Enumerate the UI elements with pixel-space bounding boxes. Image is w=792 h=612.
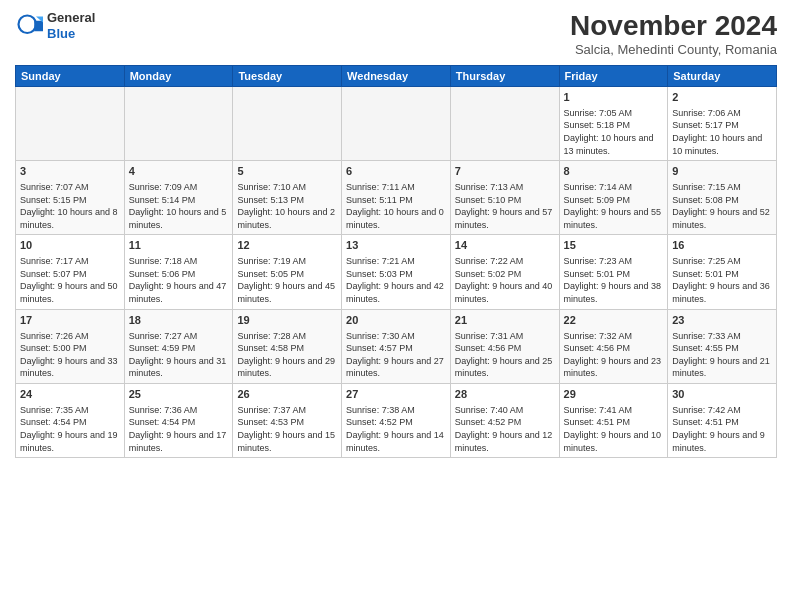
day-number: 22: [564, 313, 664, 328]
calendar-cell: 30Sunrise: 7:42 AM Sunset: 4:51 PM Dayli…: [668, 383, 777, 457]
calendar-cell: [450, 87, 559, 161]
calendar-cell: 11Sunrise: 7:18 AM Sunset: 5:06 PM Dayli…: [124, 235, 233, 309]
weekday-header-tuesday: Tuesday: [233, 66, 342, 87]
calendar-cell: 17Sunrise: 7:26 AM Sunset: 5:00 PM Dayli…: [16, 309, 125, 383]
weekday-header-row: SundayMondayTuesdayWednesdayThursdayFrid…: [16, 66, 777, 87]
svg-point-0: [19, 15, 37, 33]
day-info: Sunrise: 7:30 AM Sunset: 4:57 PM Dayligh…: [346, 330, 446, 380]
weekday-header-friday: Friday: [559, 66, 668, 87]
day-info: Sunrise: 7:21 AM Sunset: 5:03 PM Dayligh…: [346, 255, 446, 305]
day-number: 17: [20, 313, 120, 328]
day-number: 30: [672, 387, 772, 402]
day-number: 15: [564, 238, 664, 253]
weekday-header-monday: Monday: [124, 66, 233, 87]
calendar-cell: 21Sunrise: 7:31 AM Sunset: 4:56 PM Dayli…: [450, 309, 559, 383]
day-number: 20: [346, 313, 446, 328]
day-number: 5: [237, 164, 337, 179]
calendar-cell: 28Sunrise: 7:40 AM Sunset: 4:52 PM Dayli…: [450, 383, 559, 457]
week-row-2: 3Sunrise: 7:07 AM Sunset: 5:15 PM Daylig…: [16, 161, 777, 235]
calendar-cell: 18Sunrise: 7:27 AM Sunset: 4:59 PM Dayli…: [124, 309, 233, 383]
calendar-cell: 6Sunrise: 7:11 AM Sunset: 5:11 PM Daylig…: [342, 161, 451, 235]
day-info: Sunrise: 7:28 AM Sunset: 4:58 PM Dayligh…: [237, 330, 337, 380]
weekday-header-sunday: Sunday: [16, 66, 125, 87]
calendar-cell: 13Sunrise: 7:21 AM Sunset: 5:03 PM Dayli…: [342, 235, 451, 309]
day-info: Sunrise: 7:42 AM Sunset: 4:51 PM Dayligh…: [672, 404, 772, 454]
day-number: 3: [20, 164, 120, 179]
day-number: 25: [129, 387, 229, 402]
calendar-cell: 26Sunrise: 7:37 AM Sunset: 4:53 PM Dayli…: [233, 383, 342, 457]
day-number: 7: [455, 164, 555, 179]
day-info: Sunrise: 7:18 AM Sunset: 5:06 PM Dayligh…: [129, 255, 229, 305]
day-info: Sunrise: 7:19 AM Sunset: 5:05 PM Dayligh…: [237, 255, 337, 305]
weekday-header-wednesday: Wednesday: [342, 66, 451, 87]
day-info: Sunrise: 7:22 AM Sunset: 5:02 PM Dayligh…: [455, 255, 555, 305]
day-info: Sunrise: 7:06 AM Sunset: 5:17 PM Dayligh…: [672, 107, 772, 157]
logo: General Blue: [15, 10, 95, 41]
day-number: 9: [672, 164, 772, 179]
calendar-cell: 1Sunrise: 7:05 AM Sunset: 5:18 PM Daylig…: [559, 87, 668, 161]
calendar-cell: 19Sunrise: 7:28 AM Sunset: 4:58 PM Dayli…: [233, 309, 342, 383]
week-row-4: 17Sunrise: 7:26 AM Sunset: 5:00 PM Dayli…: [16, 309, 777, 383]
location: Salcia, Mehedinti County, Romania: [570, 42, 777, 57]
calendar-cell: 3Sunrise: 7:07 AM Sunset: 5:15 PM Daylig…: [16, 161, 125, 235]
calendar-cell: 22Sunrise: 7:32 AM Sunset: 4:56 PM Dayli…: [559, 309, 668, 383]
calendar-cell: 9Sunrise: 7:15 AM Sunset: 5:08 PM Daylig…: [668, 161, 777, 235]
logo-icon: [15, 12, 43, 40]
day-number: 18: [129, 313, 229, 328]
calendar-cell: 27Sunrise: 7:38 AM Sunset: 4:52 PM Dayli…: [342, 383, 451, 457]
day-number: 28: [455, 387, 555, 402]
day-number: 8: [564, 164, 664, 179]
day-info: Sunrise: 7:23 AM Sunset: 5:01 PM Dayligh…: [564, 255, 664, 305]
day-info: Sunrise: 7:17 AM Sunset: 5:07 PM Dayligh…: [20, 255, 120, 305]
calendar-cell: 16Sunrise: 7:25 AM Sunset: 5:01 PM Dayli…: [668, 235, 777, 309]
day-info: Sunrise: 7:41 AM Sunset: 4:51 PM Dayligh…: [564, 404, 664, 454]
day-info: Sunrise: 7:14 AM Sunset: 5:09 PM Dayligh…: [564, 181, 664, 231]
calendar-cell: 15Sunrise: 7:23 AM Sunset: 5:01 PM Dayli…: [559, 235, 668, 309]
day-number: 11: [129, 238, 229, 253]
day-info: Sunrise: 7:31 AM Sunset: 4:56 PM Dayligh…: [455, 330, 555, 380]
day-number: 14: [455, 238, 555, 253]
day-number: 19: [237, 313, 337, 328]
title-block: November 2024 Salcia, Mehedinti County, …: [570, 10, 777, 57]
calendar-cell: 24Sunrise: 7:35 AM Sunset: 4:54 PM Dayli…: [16, 383, 125, 457]
day-number: 12: [237, 238, 337, 253]
day-number: 1: [564, 90, 664, 105]
day-number: 23: [672, 313, 772, 328]
calendar-cell: 29Sunrise: 7:41 AM Sunset: 4:51 PM Dayli…: [559, 383, 668, 457]
day-info: Sunrise: 7:15 AM Sunset: 5:08 PM Dayligh…: [672, 181, 772, 231]
calendar-cell: [233, 87, 342, 161]
day-info: Sunrise: 7:32 AM Sunset: 4:56 PM Dayligh…: [564, 330, 664, 380]
day-info: Sunrise: 7:38 AM Sunset: 4:52 PM Dayligh…: [346, 404, 446, 454]
day-info: Sunrise: 7:25 AM Sunset: 5:01 PM Dayligh…: [672, 255, 772, 305]
day-info: Sunrise: 7:13 AM Sunset: 5:10 PM Dayligh…: [455, 181, 555, 231]
weekday-header-thursday: Thursday: [450, 66, 559, 87]
page: General Blue November 2024 Salcia, Mehed…: [0, 0, 792, 612]
day-number: 4: [129, 164, 229, 179]
calendar-cell: 14Sunrise: 7:22 AM Sunset: 5:02 PM Dayli…: [450, 235, 559, 309]
day-info: Sunrise: 7:07 AM Sunset: 5:15 PM Dayligh…: [20, 181, 120, 231]
calendar-body: 1Sunrise: 7:05 AM Sunset: 5:18 PM Daylig…: [16, 87, 777, 458]
day-number: 26: [237, 387, 337, 402]
day-info: Sunrise: 7:05 AM Sunset: 5:18 PM Dayligh…: [564, 107, 664, 157]
day-info: Sunrise: 7:11 AM Sunset: 5:11 PM Dayligh…: [346, 181, 446, 231]
calendar-cell: 5Sunrise: 7:10 AM Sunset: 5:13 PM Daylig…: [233, 161, 342, 235]
calendar-cell: 10Sunrise: 7:17 AM Sunset: 5:07 PM Dayli…: [16, 235, 125, 309]
calendar-cell: [342, 87, 451, 161]
calendar-cell: [124, 87, 233, 161]
calendar-cell: [16, 87, 125, 161]
day-number: 6: [346, 164, 446, 179]
day-info: Sunrise: 7:26 AM Sunset: 5:00 PM Dayligh…: [20, 330, 120, 380]
day-info: Sunrise: 7:36 AM Sunset: 4:54 PM Dayligh…: [129, 404, 229, 454]
day-number: 2: [672, 90, 772, 105]
day-info: Sunrise: 7:37 AM Sunset: 4:53 PM Dayligh…: [237, 404, 337, 454]
day-info: Sunrise: 7:10 AM Sunset: 5:13 PM Dayligh…: [237, 181, 337, 231]
calendar-cell: 12Sunrise: 7:19 AM Sunset: 5:05 PM Dayli…: [233, 235, 342, 309]
day-number: 21: [455, 313, 555, 328]
calendar-cell: 4Sunrise: 7:09 AM Sunset: 5:14 PM Daylig…: [124, 161, 233, 235]
calendar-cell: 2Sunrise: 7:06 AM Sunset: 5:17 PM Daylig…: [668, 87, 777, 161]
weekday-header-saturday: Saturday: [668, 66, 777, 87]
day-number: 29: [564, 387, 664, 402]
header: General Blue November 2024 Salcia, Mehed…: [15, 10, 777, 57]
calendar-cell: 23Sunrise: 7:33 AM Sunset: 4:55 PM Dayli…: [668, 309, 777, 383]
calendar-cell: 20Sunrise: 7:30 AM Sunset: 4:57 PM Dayli…: [342, 309, 451, 383]
